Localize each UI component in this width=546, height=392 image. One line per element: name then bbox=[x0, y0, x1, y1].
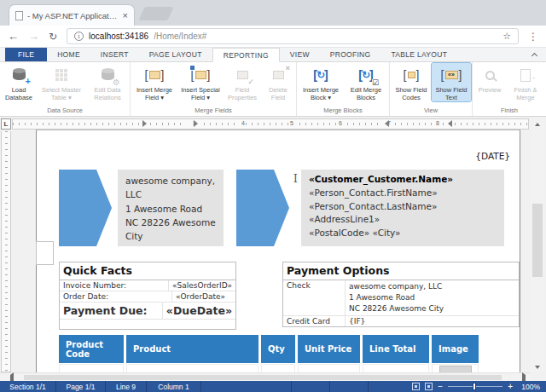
group-label-data-source: Data Source bbox=[1, 106, 129, 116]
vertical-scroll-thumb[interactable] bbox=[532, 204, 543, 277]
payment-options-table[interactable]: Payment Options Check awesome company, L… bbox=[282, 262, 520, 327]
horizontal-scroll-thumb[interactable] bbox=[24, 375, 502, 380]
insert-merge-field-button[interactable]: [] Insert Merge Field ▾ bbox=[131, 63, 177, 101]
product-table-header: Product Code Product Qty Unit Price Line… bbox=[59, 335, 490, 363]
application-window: - My ASP.NET Application × ← → ↻ i local… bbox=[0, 0, 546, 392]
field-properties-button[interactable]: ✓ Field Properties bbox=[224, 63, 261, 101]
check-label: Check bbox=[283, 280, 346, 315]
table-column-marker[interactable] bbox=[183, 120, 188, 127]
tab-reporting[interactable]: REPORTING bbox=[212, 48, 280, 62]
show-field-codes-button[interactable]: [] Show Field Codes bbox=[391, 63, 432, 101]
browser-tab-strip: - My ASP.NET Application × bbox=[0, 0, 546, 26]
delete-field-button[interactable]: × Delete Field bbox=[261, 63, 295, 101]
field-text-icon: [«»] bbox=[439, 65, 464, 85]
ribbon-collapse-button[interactable] bbox=[523, 48, 546, 61]
vertical-scrollbar[interactable] bbox=[531, 118, 544, 372]
tab-view[interactable]: VIEW bbox=[280, 48, 320, 61]
quick-facts-table[interactable]: Quick Facts Invoice Number: «SalesOrderI… bbox=[59, 262, 236, 330]
tab-home[interactable]: HOME bbox=[47, 48, 90, 61]
horizontal-scrollbar[interactable] bbox=[0, 372, 531, 381]
merge-field-order-date[interactable]: «OrderDate» bbox=[172, 291, 235, 302]
group-merge-fields: [] Insert Merge Field ▾ [] Insert Specia… bbox=[131, 62, 297, 116]
merge-block-icon: [↻] bbox=[308, 65, 334, 85]
merge-field-last-name[interactable]: «Person_Contact.LastName» bbox=[309, 200, 497, 214]
back-icon[interactable]: ← bbox=[8, 31, 19, 42]
bookmark-star-icon[interactable]: ☆ bbox=[502, 31, 511, 42]
if-field[interactable]: {IF} bbox=[346, 316, 519, 326]
company-city: NC 28226 Awesome City bbox=[125, 216, 216, 244]
finish-merge-icon: → bbox=[513, 65, 538, 85]
load-database-button[interactable]: + Load Database bbox=[1, 63, 37, 101]
edit-data-relations-button[interactable]: ⚙ Edit Data Relations bbox=[86, 63, 129, 101]
date-field[interactable]: {DATE} bbox=[475, 151, 510, 161]
page-favicon-icon bbox=[15, 11, 23, 20]
preview-button[interactable]: Preview bbox=[473, 63, 506, 94]
zoom-slider[interactable] bbox=[448, 386, 502, 387]
right-margin-marker[interactable] bbox=[446, 120, 452, 127]
zoom-in-button[interactable]: + bbox=[508, 383, 513, 391]
ruler-origin-tab-stop[interactable]: L bbox=[1, 118, 11, 130]
status-column: Column 1 bbox=[147, 381, 201, 392]
merge-field-due-date[interactable]: «DueDate» bbox=[163, 303, 235, 319]
tab-file[interactable]: FILE bbox=[5, 48, 47, 61]
insert-merge-block-button[interactable]: [↻] Insert Merge Block ▾ bbox=[298, 63, 344, 101]
col-line-total: Line Total bbox=[363, 335, 429, 363]
status-bar: Section 1/1 Page 1/1 Line 9 Column 1 − +… bbox=[0, 381, 546, 392]
arrow-shape[interactable] bbox=[236, 170, 274, 246]
browser-toolbar: ← → ↻ i localhost:34186 /Home/Index# ☆ ⋮ bbox=[0, 26, 546, 48]
edit-merge-blocks-button[interactable]: [↻] ☑ Edit Merge Blocks bbox=[344, 63, 388, 101]
browser-menu-icon[interactable]: ⋮ bbox=[528, 31, 538, 43]
group-label-finish: Finish bbox=[473, 106, 545, 116]
zoom-slider-thumb[interactable] bbox=[473, 383, 476, 390]
right-indent-marker[interactable] bbox=[383, 120, 389, 127]
company-address-box[interactable]: awesome company, LLC 1 Awesome Road NC 2… bbox=[118, 170, 224, 246]
zoom-out-button[interactable]: − bbox=[438, 383, 443, 391]
browser-tab[interactable]: - My ASP.NET Application × bbox=[9, 4, 135, 26]
fit-width-icon[interactable] bbox=[425, 383, 433, 390]
ruler-number: 5 bbox=[289, 120, 294, 126]
company-name: awesome company, LLC bbox=[125, 174, 216, 202]
merge-field-address[interactable]: «AddressLine1» bbox=[309, 213, 497, 227]
refresh-icon[interactable]: ↻ bbox=[49, 32, 57, 42]
arrow-shape[interactable] bbox=[59, 170, 96, 246]
vertical-ruler[interactable] bbox=[1, 131, 11, 372]
delete-field-icon: × bbox=[265, 65, 291, 85]
merge-field-first-name[interactable]: «Person_Contact.FirstName» bbox=[309, 187, 497, 200]
fit-page-icon[interactable] bbox=[412, 383, 420, 390]
document-page[interactable]: {DATE} awesome company, LLC 1 Awesome Ro… bbox=[36, 130, 520, 372]
scroll-up-button[interactable] bbox=[531, 118, 544, 130]
tab-page-layout[interactable]: PAGE LAYOUT bbox=[139, 48, 212, 61]
tab-proofing[interactable]: PROOFING bbox=[320, 48, 381, 61]
group-finish: Preview → Finish & Merge Finish bbox=[473, 62, 546, 116]
scroll-down-button[interactable] bbox=[531, 361, 544, 372]
left-indent-marker[interactable] bbox=[142, 120, 148, 127]
new-tab-button[interactable] bbox=[138, 7, 173, 20]
horizontal-ruler[interactable]: 2 3 4 5 6 7 8 bbox=[12, 118, 529, 130]
first-line-indent-marker[interactable] bbox=[194, 120, 200, 127]
tab-insert[interactable]: INSERT bbox=[90, 48, 139, 61]
info-icon[interactable]: i bbox=[74, 32, 84, 41]
forward-icon[interactable]: → bbox=[28, 31, 39, 42]
insert-special-field-button[interactable]: [] Insert Special Field ▾ bbox=[177, 63, 224, 101]
product-table[interactable]: Product Code Product Qty Unit Price Line… bbox=[59, 335, 490, 374]
credit-card-label: Credit Card bbox=[283, 316, 346, 326]
address-bar[interactable]: i localhost:34186 /Home/Index# ☆ bbox=[67, 28, 519, 44]
group-data-source: + Load Database Select Master Table ▾ ⚙ … bbox=[0, 62, 131, 116]
tab-table-layout[interactable]: TABLE LAYOUT bbox=[380, 48, 457, 61]
merge-field-sales-order-id[interactable]: «SalesOrderID» bbox=[169, 280, 235, 291]
select-master-table-button[interactable]: Select Master Table ▾ bbox=[37, 63, 86, 101]
recipient-fields-box[interactable]: «Customer_Customer.Name» «Person_Contact… bbox=[301, 170, 504, 246]
merge-field-customer-name[interactable]: «Customer_Customer.Name» bbox=[309, 173, 497, 187]
tab-close-icon[interactable]: × bbox=[123, 11, 128, 20]
special-field-icon: [] bbox=[188, 65, 213, 85]
finish-merge-button[interactable]: → Finish & Merge bbox=[506, 63, 545, 101]
group-label-merge-fields: Merge Fields bbox=[131, 106, 295, 116]
ruler-number: 6 bbox=[338, 120, 343, 126]
chevron-up-icon bbox=[531, 53, 537, 59]
col-image: Image bbox=[432, 335, 479, 363]
show-field-text-button[interactable]: [«»] Show Field Text bbox=[432, 63, 471, 101]
table-column-marker[interactable] bbox=[237, 120, 241, 127]
status-line: Line 9 bbox=[106, 381, 147, 392]
zoom-level: 100% bbox=[518, 383, 540, 391]
merge-field-postal-city[interactable]: «PostalCode» «City» bbox=[309, 227, 497, 240]
